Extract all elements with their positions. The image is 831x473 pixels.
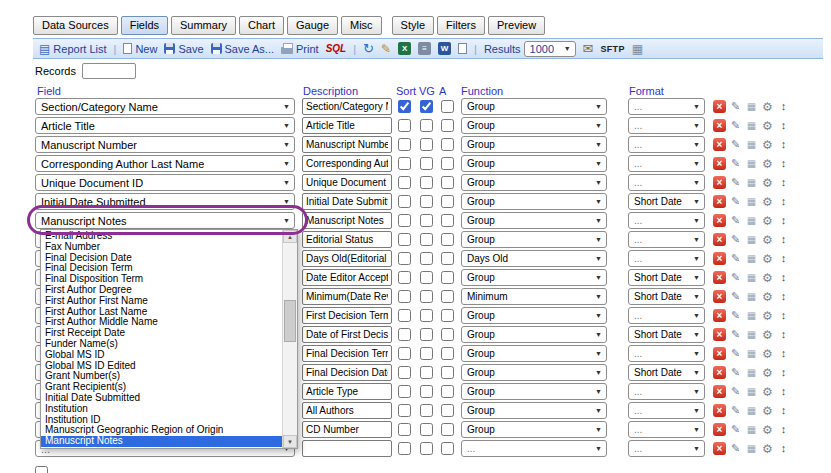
edit-field-icon[interactable]: ✎	[729, 138, 742, 151]
sort-checkbox[interactable]	[398, 347, 411, 360]
vg-checkbox[interactable]	[420, 214, 433, 227]
sql-button[interactable]: SQL	[326, 43, 347, 54]
field-options-icon[interactable]: ▦	[745, 404, 758, 417]
vg-checkbox[interactable]	[420, 138, 433, 151]
scroll-up-icon[interactable]: ▲	[283, 230, 297, 243]
description-input[interactable]	[302, 98, 392, 115]
vg-checkbox[interactable]	[420, 195, 433, 208]
vg-checkbox[interactable]	[420, 423, 433, 436]
description-input[interactable]	[302, 117, 392, 134]
sort-checkbox[interactable]	[398, 100, 411, 113]
edit-field-icon[interactable]: ✎	[729, 233, 742, 246]
scrollbar-thumb[interactable]	[284, 300, 296, 342]
delete-row-icon[interactable]: ×	[713, 119, 726, 132]
function-select[interactable]: Group ▼	[461, 98, 607, 115]
edit-field-icon[interactable]: ✎	[729, 328, 742, 341]
field-options-icon[interactable]: ▦	[745, 195, 758, 208]
dropdown-scrollbar[interactable]: ▲ ▼	[282, 230, 297, 448]
function-select[interactable]: Group ▼	[461, 269, 607, 286]
format-select[interactable]: ... ▼	[628, 307, 705, 324]
dropdown-option[interactable]: First Author First Name	[41, 296, 282, 307]
move-row-icon[interactable]: ↕	[777, 100, 790, 113]
footer-checkbox[interactable]	[35, 466, 48, 473]
description-input[interactable]	[302, 402, 392, 419]
format-select[interactable]: ... ▼	[628, 117, 705, 134]
description-input[interactable]	[302, 345, 392, 362]
field-options-icon[interactable]: ▦	[745, 157, 758, 170]
function-select[interactable]: Group ▼	[461, 383, 607, 400]
format-select[interactable]: ... ▼	[628, 345, 705, 362]
tab-preview[interactable]: Preview	[488, 16, 545, 35]
vg-checkbox[interactable]	[420, 404, 433, 417]
delete-row-icon[interactable]: ×	[713, 290, 726, 303]
field-select[interactable]: Unique Document ID ▼	[35, 174, 295, 191]
settings-gear-icon[interactable]: ⚙	[761, 423, 774, 436]
field-options-icon[interactable]: ▦	[745, 309, 758, 322]
sort-checkbox[interactable]	[398, 119, 411, 132]
edit-field-icon[interactable]: ✎	[729, 366, 742, 379]
function-select[interactable]: Group ▼	[461, 307, 607, 324]
delete-row-icon[interactable]: ×	[713, 442, 726, 455]
a-checkbox[interactable]	[441, 138, 454, 151]
a-checkbox[interactable]	[441, 271, 454, 284]
dropdown-option[interactable]: Final Disposition Term	[41, 274, 282, 285]
edit-field-icon[interactable]: ✎	[729, 309, 742, 322]
settings-gear-icon[interactable]: ⚙	[761, 138, 774, 151]
description-input[interactable]	[302, 231, 392, 248]
move-row-icon[interactable]: ↕	[777, 290, 790, 303]
move-row-icon[interactable]: ↕	[777, 347, 790, 360]
move-row-icon[interactable]: ↕	[777, 157, 790, 170]
field-options-icon[interactable]: ▦	[745, 119, 758, 132]
field-options-icon[interactable]: ▦	[745, 252, 758, 265]
function-select[interactable]: Group ▼	[461, 136, 607, 153]
edit-field-icon[interactable]: ✎	[729, 423, 742, 436]
delete-row-icon[interactable]: ×	[713, 366, 726, 379]
a-checkbox[interactable]	[441, 119, 454, 132]
format-select[interactable]: ... ▼	[628, 383, 705, 400]
settings-gear-icon[interactable]: ⚙	[761, 157, 774, 170]
description-input[interactable]	[302, 250, 392, 267]
edit-field-icon[interactable]: ✎	[729, 195, 742, 208]
description-input[interactable]	[302, 193, 392, 210]
move-row-icon[interactable]: ↕	[777, 252, 790, 265]
function-select[interactable]: Group ▼	[461, 402, 607, 419]
function-select[interactable]: Group ▼	[461, 231, 607, 248]
move-row-icon[interactable]: ↕	[777, 309, 790, 322]
format-select[interactable]: ... ▼	[628, 98, 705, 115]
settings-gear-icon[interactable]: ⚙	[761, 385, 774, 398]
format-select[interactable]: Short Date ▼	[628, 326, 705, 343]
format-select[interactable]: ... ▼	[628, 421, 705, 438]
tab-misc[interactable]: Misc	[341, 16, 382, 35]
move-row-icon[interactable]: ↕	[777, 366, 790, 379]
field-options-icon[interactable]: ▦	[745, 385, 758, 398]
field-select[interactable]: Manuscript Number ▼	[35, 136, 295, 153]
sort-checkbox[interactable]	[398, 271, 411, 284]
function-select[interactable]: Group ▼	[461, 364, 607, 381]
description-input[interactable]	[302, 288, 392, 305]
settings-gear-icon[interactable]: ⚙	[761, 404, 774, 417]
move-row-icon[interactable]: ↕	[777, 423, 790, 436]
description-input[interactable]	[302, 364, 392, 381]
sort-checkbox[interactable]	[398, 233, 411, 246]
edit-field-icon[interactable]: ✎	[729, 271, 742, 284]
tab-style[interactable]: Style	[392, 16, 434, 35]
field-options-icon[interactable]: ▦	[745, 423, 758, 436]
format-select[interactable]: ... ▼	[628, 250, 705, 267]
move-row-icon[interactable]: ↕	[777, 385, 790, 398]
vg-checkbox[interactable]	[420, 328, 433, 341]
excel-export-icon[interactable]: X	[398, 42, 411, 55]
delete-row-icon[interactable]: ×	[713, 233, 726, 246]
dropdown-option[interactable]: First Author Middle Name	[41, 317, 282, 328]
grid-view-icon[interactable]: ▦	[632, 43, 643, 55]
edit-field-icon[interactable]: ✎	[729, 176, 742, 189]
field-select[interactable]: Manuscript Notes ▼	[35, 212, 295, 229]
format-select[interactable]: ... ▼	[628, 231, 705, 248]
dropdown-option[interactable]: Fax Number	[41, 242, 282, 253]
settings-gear-icon[interactable]: ⚙	[761, 233, 774, 246]
dropdown-option[interactable]: First Receipt Date	[41, 328, 282, 339]
field-select[interactable]: Corresponding Author Last Name ▼	[35, 155, 295, 172]
save-as-button[interactable]: Save As...	[211, 43, 275, 55]
delete-row-icon[interactable]: ×	[713, 271, 726, 284]
function-select[interactable]: Days Old ▼	[461, 250, 607, 267]
move-row-icon[interactable]: ↕	[777, 138, 790, 151]
